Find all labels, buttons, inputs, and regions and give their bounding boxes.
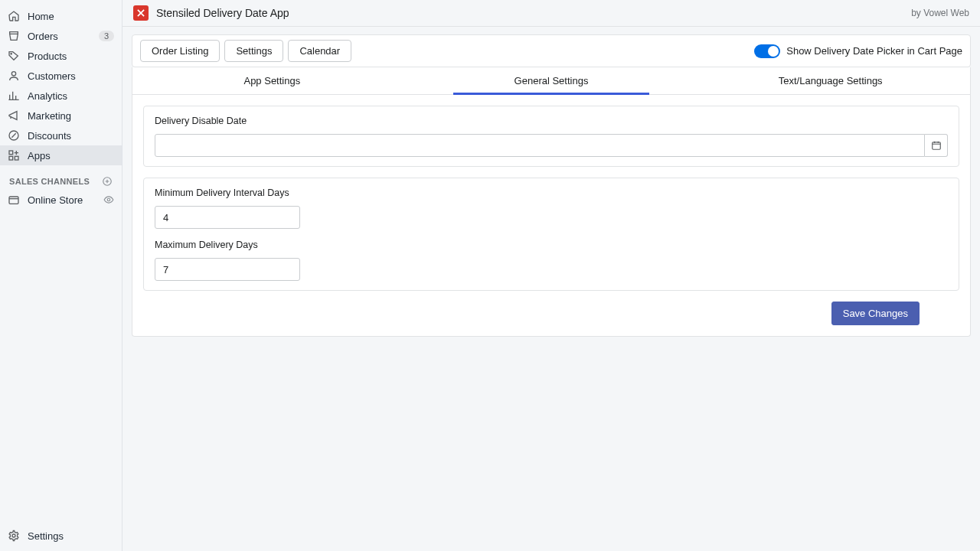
max-days-input[interactable] bbox=[155, 258, 300, 281]
show-picker-toggle-wrap: Show Delivery Date Picker in Cart Page bbox=[754, 44, 962, 58]
nav-label: Home bbox=[28, 11, 114, 22]
svg-point-0 bbox=[11, 54, 11, 54]
megaphone-icon bbox=[8, 109, 20, 122]
nav-products[interactable]: Products bbox=[0, 46, 122, 66]
disable-date-card: Delivery Disable Date bbox=[143, 106, 959, 167]
svg-point-1 bbox=[11, 72, 15, 76]
nav-label: Discounts bbox=[28, 130, 114, 142]
calendar-picker-button[interactable] bbox=[925, 134, 948, 157]
svg-rect-5 bbox=[9, 156, 13, 160]
tab-text-language-settings[interactable]: Text/Language Settings bbox=[691, 67, 970, 94]
app-logo-icon bbox=[133, 5, 149, 21]
nav-online-store[interactable]: Online Store bbox=[0, 190, 122, 210]
nav-label: Online Store bbox=[28, 194, 96, 206]
settings-button[interactable]: Settings bbox=[224, 40, 283, 62]
nav-label: Orders bbox=[28, 31, 91, 42]
disable-date-input[interactable] bbox=[155, 134, 925, 157]
svg-point-8 bbox=[107, 198, 110, 201]
nav-orders[interactable]: Orders 3 bbox=[0, 26, 122, 46]
nav-analytics[interactable]: Analytics bbox=[0, 86, 122, 106]
apps-icon bbox=[8, 149, 20, 161]
tab-general-settings[interactable]: General Settings bbox=[412, 67, 691, 94]
nav-marketing[interactable]: Marketing bbox=[0, 106, 122, 126]
settings-label: Settings bbox=[28, 530, 64, 542]
topbar: Stensiled Delivery Date App by Vowel Web bbox=[122, 0, 980, 27]
svg-point-9 bbox=[12, 534, 15, 537]
min-days-input[interactable] bbox=[155, 206, 300, 229]
user-icon bbox=[8, 70, 20, 82]
gear-icon bbox=[8, 530, 20, 542]
disable-date-label: Delivery Disable Date bbox=[155, 116, 948, 126]
show-picker-toggle[interactable] bbox=[754, 44, 780, 58]
app-title: Stensiled Delivery Date App bbox=[156, 7, 289, 19]
store-icon bbox=[8, 194, 20, 206]
analytics-icon bbox=[8, 90, 20, 102]
save-changes-button[interactable]: Save Changes bbox=[831, 302, 920, 325]
nav-label: Customers bbox=[28, 70, 114, 82]
nav-settings[interactable]: Settings bbox=[0, 523, 122, 551]
order-listing-button[interactable]: Order Listing bbox=[140, 40, 220, 62]
nav-customers[interactable]: Customers bbox=[0, 66, 122, 86]
nav-home[interactable]: Home bbox=[0, 6, 122, 26]
section-label: SALES CHANNELS bbox=[9, 177, 90, 186]
sidebar: Home Orders 3 Products Customers Analy bbox=[0, 0, 122, 551]
svg-rect-10 bbox=[932, 142, 940, 149]
nav-label: Products bbox=[28, 51, 114, 62]
interval-card: Minimum Delivery Interval Days Maximum D… bbox=[143, 178, 959, 291]
home-icon bbox=[8, 10, 20, 22]
tabs: App Settings General Settings Text/Langu… bbox=[132, 67, 970, 95]
toggle-label: Show Delivery Date Picker in Cart Page bbox=[786, 45, 962, 57]
max-days-label: Maximum Delivery Days bbox=[155, 240, 948, 250]
min-days-label: Minimum Delivery Interval Days bbox=[155, 187, 948, 198]
nav-apps[interactable]: Apps bbox=[0, 145, 122, 165]
discount-icon bbox=[8, 129, 20, 142]
svg-rect-3 bbox=[9, 151, 13, 155]
calendar-icon bbox=[931, 140, 942, 151]
add-channel-icon[interactable] bbox=[102, 176, 113, 187]
tab-app-settings[interactable]: App Settings bbox=[132, 67, 412, 94]
toolbar: Order Listing Settings Calendar Show Del… bbox=[132, 34, 971, 67]
calendar-button[interactable]: Calendar bbox=[288, 40, 351, 62]
main: Stensiled Delivery Date App by Vowel Web… bbox=[122, 0, 980, 551]
sales-channels-header: SALES CHANNELS bbox=[0, 165, 122, 190]
tag-icon bbox=[8, 50, 20, 62]
byline: by Vowel Web bbox=[911, 8, 969, 18]
orders-icon bbox=[8, 30, 20, 42]
svg-rect-7 bbox=[9, 197, 18, 204]
nav-label: Analytics bbox=[28, 90, 114, 102]
view-store-icon[interactable] bbox=[103, 194, 114, 205]
orders-badge: 3 bbox=[99, 31, 114, 41]
nav-label: Marketing bbox=[28, 110, 114, 122]
svg-rect-4 bbox=[15, 156, 18, 160]
nav-discounts[interactable]: Discounts bbox=[0, 126, 122, 145]
nav-label: Apps bbox=[28, 150, 114, 161]
